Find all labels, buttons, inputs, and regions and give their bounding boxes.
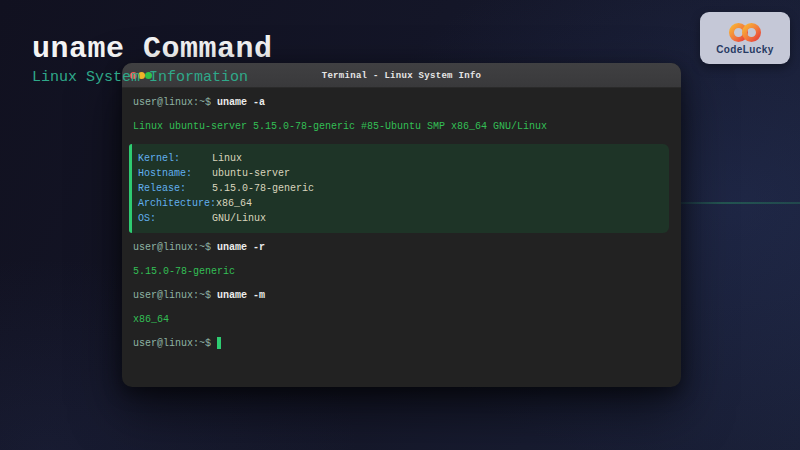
terminal-body[interactable]: user@linux:~$uname -a Linux ubuntu-serve… <box>122 88 681 351</box>
info-value: GNU/Linux <box>212 213 266 224</box>
terminal-output-line: x86_64 <box>133 313 669 327</box>
terminal-output-line: 5.15.0-78-generic <box>133 265 669 279</box>
terminal-prompt-line: user@linux:~$uname -a <box>133 96 669 110</box>
shell-prompt: user@linux:~$ <box>133 242 211 253</box>
shell-command: uname -m <box>217 290 265 301</box>
info-label: Kernel: <box>138 151 212 166</box>
terminal-window: Terminal - Linux System Info user@linux:… <box>122 63 681 387</box>
brand-name: CodeLucky <box>716 44 774 55</box>
shell-prompt: user@linux:~$ <box>133 290 211 301</box>
page-title: uname Command <box>32 32 273 66</box>
shell-prompt: user@linux:~$ <box>133 338 211 349</box>
info-value: x86_64 <box>216 198 252 209</box>
terminal-prompt-line: user@linux:~$uname -m <box>133 289 669 303</box>
shell-command: uname -a <box>217 97 265 108</box>
info-row-release: Release:5.15.0-78-generic <box>138 181 669 196</box>
terminal-output-line: Linux ubuntu-server 5.15.0-78-generic #8… <box>133 120 669 134</box>
info-row-kernel: Kernel:Linux <box>138 151 669 166</box>
info-label: Architecture: <box>138 196 216 211</box>
info-row-os: OS:GNU/Linux <box>138 211 669 226</box>
info-value: Linux <box>212 153 242 164</box>
system-info-box: Kernel:Linux Hostname:ubuntu-server Rele… <box>129 144 669 233</box>
info-label: Hostname: <box>138 166 212 181</box>
info-label: OS: <box>138 211 212 226</box>
info-row-architecture: Architecture:x86_64 <box>138 196 669 211</box>
shell-command: uname -r <box>217 242 265 253</box>
info-value: 5.15.0-78-generic <box>212 183 314 194</box>
terminal-prompt-line: user@linux:~$ <box>133 337 669 351</box>
info-row-hostname: Hostname:ubuntu-server <box>138 166 669 181</box>
codelucky-infinity-icon <box>726 22 764 43</box>
brand-card: CodeLucky <box>700 12 790 64</box>
info-value: ubuntu-server <box>212 168 290 179</box>
text-cursor <box>217 337 221 349</box>
shell-prompt: user@linux:~$ <box>133 97 211 108</box>
info-label: Release: <box>138 181 212 196</box>
decorative-divider-line <box>679 202 800 204</box>
terminal-prompt-line: user@linux:~$uname -r <box>133 241 669 255</box>
page-subtitle: Linux System Information <box>32 69 248 86</box>
